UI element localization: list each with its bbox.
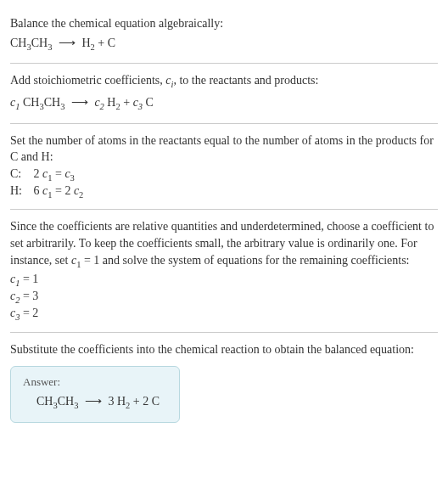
c2-value: c2 = 3: [10, 290, 438, 305]
product2: C: [108, 37, 115, 49]
problem-title: Balance the chemical equation algebraica…: [10, 15, 438, 32]
c2: c2: [94, 96, 104, 109]
solve-title: Since the coefficients are relative quan…: [10, 218, 438, 271]
final-reactant: CH3CH3: [36, 395, 78, 408]
answer-box: Answer: CH3CH3 ⟶ 3 H2 + 2 C: [10, 366, 180, 423]
c1-value: c1 = 1: [10, 273, 438, 288]
atoms-title: Set the number of atoms in the reactants…: [10, 132, 438, 166]
section-solve: Since the coefficients are relative quan…: [10, 210, 438, 332]
answer-title: Substitute the coefficients into the che…: [10, 341, 438, 358]
carbon-equation: C: 2 c1 = c3: [10, 167, 438, 183]
c3: c3: [133, 96, 143, 109]
section-atoms: Set the number of atoms in the reactants…: [10, 124, 438, 211]
arrow-icon: ⟶: [59, 36, 76, 50]
c3-value: c3 = 2: [10, 307, 438, 322]
balanced-equation: CH3CH3 ⟶ 3 H2 + 2 C: [23, 394, 167, 410]
product1: H2: [81, 37, 94, 49]
coeff-title: Add stoichiometric coefficients, ci, to …: [10, 72, 438, 91]
reactant: CH3CH3: [10, 37, 52, 49]
section-problem: Balance the chemical equation algebraica…: [10, 7, 438, 64]
initial-equation: CH3CH3 ⟶ H2 + C: [10, 36, 438, 52]
coeff-equation: c1 CH3CH3 ⟶ c2 H2 + c3 C: [10, 95, 438, 111]
arrow-icon: ⟶: [71, 95, 88, 110]
answer-label: Answer:: [23, 375, 167, 389]
c1: c1: [10, 96, 20, 109]
final-product1: 3 H2: [108, 395, 130, 408]
section-coefficients: Add stoichiometric coefficients, ci, to …: [10, 64, 438, 123]
arrow-icon: ⟶: [85, 394, 102, 408]
section-answer: Substitute the coefficients into the che…: [10, 333, 438, 431]
final-product2: 2 C: [143, 395, 160, 408]
hydrogen-equation: H: 6 c1 = 2 c2: [10, 184, 438, 200]
